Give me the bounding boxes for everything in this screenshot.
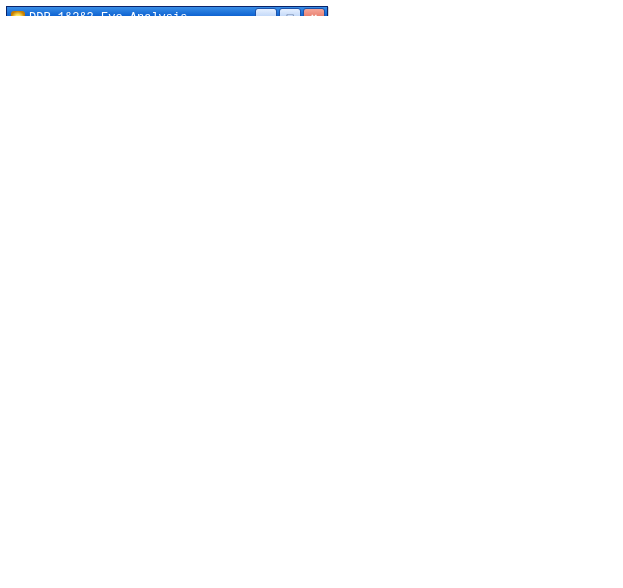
app-icon <box>11 11 25 16</box>
close-button[interactable]: × <box>303 8 325 16</box>
minimize-button[interactable]: – <box>255 8 277 16</box>
window-title-1: DDR 1&2&3 Eye Analysis ... <box>29 11 255 16</box>
window-eye-analysis: DDR 1&2&3 Eye Analysis ... – □ × DDR 1/2… <box>6 6 328 16</box>
maximize-button[interactable]: □ <box>279 8 301 16</box>
titlebar-1[interactable]: DDR 1&2&3 Eye Analysis ... – □ × <box>7 7 327 16</box>
